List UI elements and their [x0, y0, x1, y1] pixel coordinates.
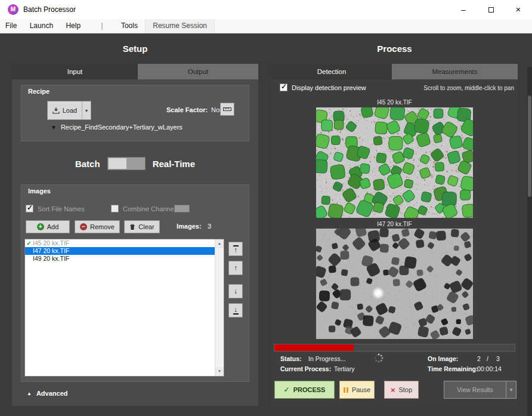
scroll-up-button[interactable]: ▲ [215, 239, 224, 248]
app-logo-icon: M [8, 4, 18, 15]
remove-button-label: Remove [90, 223, 115, 230]
view-results-label: View Results [444, 381, 506, 398]
stop-button-label: Stop [398, 386, 412, 393]
progress-fill [274, 344, 354, 351]
pause-icon [344, 387, 348, 393]
process-panel-title: Process [271, 44, 518, 54]
file-list[interactable]: ✓ I45 20 kx.TIF I47 20 kx.TIF I49 20 kx.… [24, 239, 224, 377]
trash-icon [129, 224, 135, 230]
move-down-button[interactable]: ↓ [228, 284, 243, 298]
minimize-button[interactable]: – [450, 0, 477, 19]
on-image-separator: / [487, 355, 488, 362]
on-image-label: On Image: [428, 355, 458, 362]
recipe-group-label: Recipe [28, 88, 50, 95]
pause-button[interactable]: Pause [339, 381, 375, 399]
window-titlebar: M Batch Processor – × [0, 0, 532, 19]
selected-recipe-name: Recipe_FindSecondary+Tertiary_wLayers [61, 124, 183, 131]
clear-images-button[interactable]: Clear [124, 220, 160, 233]
process-button[interactable]: ✓ PROCESS [274, 381, 335, 399]
sort-file-names-label: Sort File Names [38, 205, 85, 212]
preview-image-2-label: I47 20 kx.TIF [271, 221, 518, 227]
detection-preview-image-2[interactable] [316, 229, 473, 339]
on-image-total: 3 [496, 355, 500, 362]
combine-channels-checkbox[interactable] [111, 205, 119, 212]
selected-recipe-row[interactable]: ▼ Recipe_FindSecondary+Tertiary_wLayers [51, 124, 183, 131]
list-scrollbar[interactable]: ▲ ▼ [215, 239, 224, 376]
move-to-bottom-button[interactable]: ↓ [228, 303, 243, 318]
add-button-label: Add [47, 223, 59, 230]
add-plus-icon: + [37, 223, 44, 230]
scale-factor-button[interactable] [220, 103, 234, 116]
toggle-knob [109, 158, 126, 169]
advanced-expander[interactable]: ▲ Advanced [27, 390, 68, 397]
pause-button-label: Pause [352, 386, 370, 393]
move-up-button[interactable]: ↑ [228, 261, 243, 275]
menu-resume-session[interactable]: Resume Session [145, 19, 215, 33]
images-group: Images ✓ Sort File Names Combine Channel… [21, 184, 249, 382]
maximize-button[interactable] [477, 0, 505, 19]
progress-spinner-icon [374, 353, 383, 363]
combine-channels-field[interactable] [174, 205, 190, 212]
images-count-label: Images: [177, 223, 202, 230]
status-value: In Progress... [308, 355, 345, 362]
sort-file-names-checkbox[interactable]: ✓ [26, 205, 33, 212]
load-button-main[interactable]: Load [48, 101, 82, 119]
file-name: I49 20 kx.TIF [33, 255, 69, 263]
scroll-down-button[interactable]: ▼ [215, 367, 224, 376]
check-icon: ✓ [281, 83, 287, 91]
recipe-group: Recipe Load ▾ Scale Factor: None [21, 85, 249, 141]
menu-launch[interactable]: Launch [24, 19, 58, 33]
load-dropdown-arrow[interactable]: ▾ [82, 101, 91, 119]
display-preview-checkbox[interactable]: ✓ [280, 84, 287, 91]
view-results-button[interactable]: View Results ▾ [444, 381, 516, 399]
menu-help[interactable]: Help [60, 19, 86, 33]
file-completed-check-icon: ✓ [25, 239, 33, 247]
window-scrollbar-thumb[interactable] [528, 95, 531, 197]
display-preview-label: Display detection preview [292, 84, 366, 91]
file-name: I47 20 kx.TIF [33, 247, 69, 255]
mode-toggle-switch[interactable] [107, 157, 146, 170]
file-list-item[interactable]: I47 20 kx.TIF [25, 247, 215, 255]
preview-image-1-label: I45 20 kx.TIF [271, 99, 518, 106]
stop-button[interactable]: × Stop [384, 381, 419, 399]
add-images-button[interactable]: + Add [26, 220, 70, 233]
main-content: Setup Input Output Recipe Load ▾ Scale F… [0, 33, 532, 416]
menu-file[interactable]: File [0, 19, 22, 33]
pan-zoom-hint: Scroll to zoom, middle-click to pan [423, 85, 514, 91]
time-remaining-label: Time Remaining: [428, 365, 478, 372]
check-icon: ✓ [27, 204, 33, 212]
realtime-mode-label: Real-Time [153, 159, 195, 169]
mode-toggle-row: Batch Real-Time [12, 150, 258, 177]
progress-bar [274, 344, 515, 352]
file-list-item[interactable]: ✓ I45 20 kx.TIF [25, 239, 215, 247]
process-button-label: PROCESS [293, 386, 326, 393]
maximize-icon [488, 7, 494, 13]
menu-tools[interactable]: Tools [116, 19, 143, 33]
arrow-up-icon: ↑ [234, 265, 237, 271]
clear-button-label: Clear [138, 223, 154, 230]
process-check-icon: ✓ [284, 386, 290, 394]
to-bottom-bar-icon [233, 313, 239, 315]
time-remaining-value: 00:00:14 [477, 365, 502, 372]
view-results-dropdown-arrow[interactable]: ▾ [506, 381, 516, 398]
tab-measurements[interactable]: Measurements [392, 64, 518, 79]
load-recipe-button[interactable]: Load ▾ [47, 101, 91, 120]
setup-panel: Recipe Load ▾ Scale Factor: None [12, 79, 258, 406]
tab-output[interactable]: Output [138, 64, 258, 79]
detection-preview-image-1[interactable] [316, 107, 473, 218]
tab-detection[interactable]: Detection [271, 64, 392, 79]
move-to-top-button[interactable]: ↑ [228, 242, 243, 256]
setup-panel-title: Setup [12, 44, 258, 54]
advanced-expander-icon: ▲ [27, 391, 32, 396]
recipe-expander-icon[interactable]: ▼ [51, 124, 57, 131]
remove-minus-icon: − [80, 223, 87, 230]
current-process-label: Current Process: [280, 365, 331, 372]
batch-mode-label: Batch [75, 159, 100, 169]
remove-images-button[interactable]: − Remove [75, 220, 120, 233]
close-button[interactable]: × [505, 0, 532, 19]
on-image-current: 2 [477, 355, 481, 362]
menu-separator: | [98, 19, 105, 33]
tab-input[interactable]: Input [12, 64, 138, 79]
file-list-item[interactable]: I49 20 kx.TIF [25, 255, 215, 263]
window-scrollbar[interactable] [527, 67, 532, 416]
